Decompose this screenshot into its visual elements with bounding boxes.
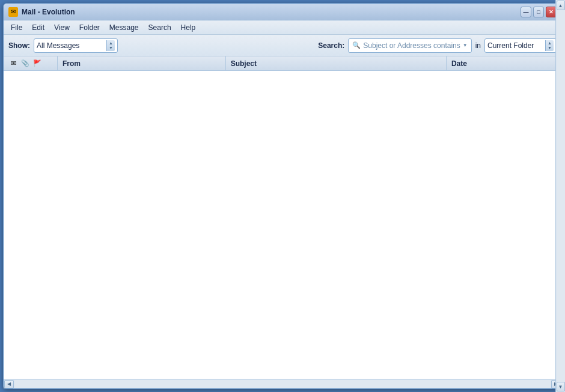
- show-arrow-down: ▼: [109, 46, 113, 50]
- show-select[interactable]: All Messages ▲ ▼: [34, 38, 118, 53]
- search-icon: 🔍: [352, 41, 361, 49]
- scroll-track[interactable]: [557, 71, 562, 379]
- location-select-value: Current Folder: [487, 41, 545, 50]
- show-select-arrows: ▲ ▼: [106, 40, 115, 51]
- menu-file[interactable]: File: [6, 22, 27, 34]
- show-select-value: All Messages: [37, 41, 106, 50]
- content-area: ✉ 📎 🚩 From Subject Date ▲ ▼ ◀ ▶: [4, 56, 561, 388]
- message-list-area: ▲ ▼: [4, 71, 561, 379]
- location-select[interactable]: Current Folder ▲ ▼: [484, 38, 557, 53]
- hscroll-left-button[interactable]: ◀: [4, 380, 14, 388]
- flag-col-icon: 🚩: [32, 59, 42, 68]
- show-label: Show:: [8, 41, 30, 50]
- search-dropdown-arrow: ▼: [463, 43, 468, 48]
- search-label: Search:: [318, 41, 344, 50]
- search-placeholder: Subject or Addresses contains: [363, 41, 460, 50]
- main-window: ✉ Mail - Evolution — □ ✕ File Edit View …: [3, 3, 562, 389]
- vertical-scrollbar[interactable]: ▲ ▼: [555, 71, 561, 379]
- col-subject-header[interactable]: Subject: [226, 56, 447, 70]
- show-arrow-up: ▲: [109, 41, 113, 45]
- search-input-box[interactable]: 🔍 Subject or Addresses contains ▼: [348, 38, 471, 53]
- window-controls: — □ ✕: [521, 7, 557, 17]
- column-headers: ✉ 📎 🚩 From Subject Date: [4, 56, 561, 71]
- col-from-header[interactable]: From: [58, 56, 226, 70]
- window-title: Mail - Evolution: [22, 8, 521, 16]
- menubar: File Edit View Folder Message Search Hel…: [4, 20, 561, 35]
- location-arrow-down: ▼: [548, 46, 552, 50]
- menu-edit[interactable]: Edit: [27, 22, 49, 34]
- menu-help[interactable]: Help: [176, 22, 201, 34]
- col-date-header[interactable]: Date: [447, 56, 561, 70]
- menu-folder[interactable]: Folder: [75, 22, 105, 34]
- in-label: in: [475, 41, 481, 50]
- menu-message[interactable]: Message: [105, 22, 144, 34]
- message-list: [4, 71, 561, 379]
- col-icons: ✉ 📎 🚩: [4, 56, 58, 70]
- horizontal-scrollbar[interactable]: ◀ ▶: [4, 379, 561, 388]
- attachment-col-icon: 📎: [20, 59, 30, 68]
- minimize-button[interactable]: —: [521, 7, 531, 17]
- mail-col-icon: ✉: [8, 59, 18, 68]
- app-icon: ✉: [8, 7, 18, 17]
- titlebar: ✉ Mail - Evolution — □ ✕: [4, 4, 561, 20]
- location-arrow-up: ▲: [548, 41, 552, 45]
- location-select-arrows: ▲ ▼: [545, 40, 554, 51]
- toolbar: Show: All Messages ▲ ▼ Search: 🔍 Subject…: [4, 35, 561, 56]
- maximize-button[interactable]: □: [533, 7, 544, 17]
- menu-search[interactable]: Search: [144, 22, 176, 34]
- menu-view[interactable]: View: [49, 22, 75, 34]
- hscroll-track[interactable]: [14, 380, 551, 388]
